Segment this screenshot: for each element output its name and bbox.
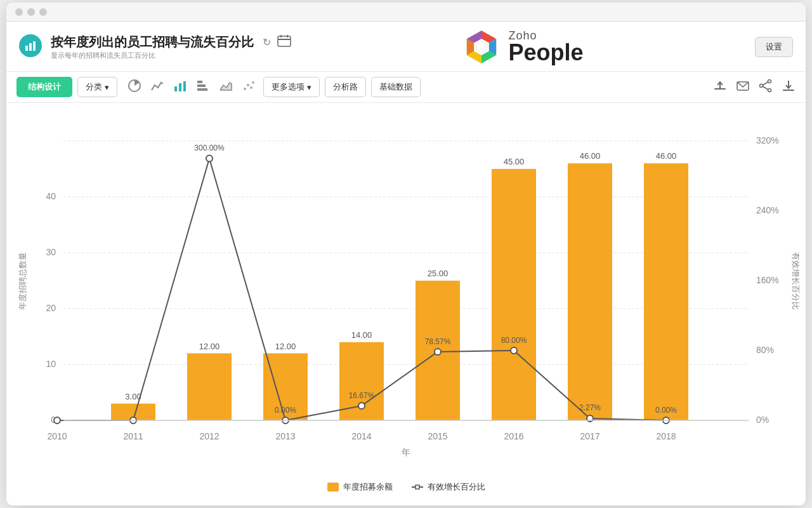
svg-point-25	[760, 84, 763, 87]
title-bar	[6, 3, 806, 22]
header-actions: ↻	[263, 34, 291, 50]
svg-text:2015: 2015	[428, 431, 447, 441]
svg-text:12.00: 12.00	[275, 342, 296, 351]
more-options-label: 更多选项	[272, 81, 304, 93]
analysis-button[interactable]: 分析路	[325, 77, 366, 97]
bar-2012	[187, 353, 232, 420]
line-chart-button[interactable]	[148, 77, 167, 97]
svg-text:46.00: 46.00	[580, 151, 601, 161]
basic-data-button[interactable]: 基础数据	[371, 77, 421, 97]
svg-text:45.00: 45.00	[504, 157, 525, 166]
svg-rect-13	[183, 81, 186, 91]
svg-text:10: 10	[46, 359, 56, 369]
logo-icon	[462, 28, 501, 66]
upload-icon-button[interactable]	[713, 79, 727, 96]
close-dot[interactable]	[15, 8, 23, 16]
category-label: 分类	[86, 81, 102, 93]
svg-rect-12	[179, 83, 181, 91]
svg-text:300.00%: 300.00%	[194, 144, 225, 152]
bar-2018	[644, 163, 688, 420]
chart-legend: 年度招募余额 有效增长百分比	[13, 478, 799, 499]
svg-rect-0	[25, 46, 28, 51]
share-icon-button[interactable]	[759, 79, 773, 96]
svg-text:2012: 2012	[199, 431, 219, 441]
horizontal-bar-button[interactable]	[193, 77, 213, 97]
svg-point-20	[252, 81, 254, 84]
svg-line-28	[763, 82, 768, 85]
settings-button[interactable]: 设置	[755, 37, 793, 57]
scatter-chart-button[interactable]	[239, 77, 258, 97]
page-title: 按年度列出的员工招聘与流失百分比	[51, 34, 254, 50]
legend-bar-label: 年度招募余额	[343, 481, 393, 493]
svg-text:46.00: 46.00	[656, 151, 677, 161]
minimize-dot[interactable]	[27, 8, 35, 16]
maximize-dot[interactable]	[39, 8, 47, 16]
area-chart-button[interactable]	[216, 77, 235, 97]
legend-line-label: 有效增长百分比	[428, 481, 485, 493]
svg-rect-76	[416, 485, 419, 489]
svg-text:240%: 240%	[756, 205, 779, 215]
category-button[interactable]: 分类 ▾	[77, 77, 117, 97]
header-left: 按年度列出的员工招聘与流失百分比 显示每年的招聘和流失员工百分比 ↻	[19, 34, 291, 60]
svg-point-17	[244, 88, 246, 90]
svg-text:14.00: 14.00	[351, 330, 372, 340]
svg-line-27	[763, 86, 768, 90]
page-subtitle: 显示每年的招聘和流失员工百分比	[51, 51, 254, 60]
svg-rect-11	[174, 86, 177, 91]
pie-chart-button[interactable]	[125, 77, 144, 97]
svg-rect-1	[29, 43, 32, 51]
svg-text:12.00: 12.00	[199, 342, 220, 351]
logo-text: Zoho People	[508, 30, 583, 64]
legend-bar-color	[327, 483, 339, 491]
line-point-2012	[206, 156, 213, 162]
edit-design-button[interactable]: 结构设计	[16, 77, 72, 97]
svg-text:40: 40	[46, 191, 56, 201]
svg-text:160%: 160%	[756, 275, 779, 285]
legend-line-item: 有效增长百分比	[412, 481, 485, 493]
svg-rect-15	[197, 84, 206, 87]
chart-type-buttons	[125, 77, 258, 97]
svg-text:0%: 0%	[756, 415, 769, 425]
svg-text:2017: 2017	[580, 431, 599, 441]
svg-rect-3	[278, 36, 291, 46]
svg-rect-4	[278, 39, 291, 40]
category-chevron: ▾	[105, 83, 109, 92]
download-icon-button[interactable]	[782, 79, 796, 96]
email-icon-button[interactable]	[736, 79, 750, 96]
svg-rect-29	[783, 90, 794, 91]
line-point-2010	[54, 417, 60, 424]
svg-text:2013: 2013	[275, 431, 295, 441]
svg-text:80.00%: 80.00%	[501, 336, 527, 345]
more-options-button[interactable]: 更多选项 ▾	[263, 77, 320, 97]
bar-2016	[492, 169, 536, 420]
svg-text:年度招聘总数量: 年度招聘总数量	[18, 252, 27, 310]
toolbar: 结构设计 分类 ▾	[6, 72, 806, 103]
more-chevron: ▾	[307, 83, 311, 92]
main-window: 按年度列出的员工招聘与流失百分比 显示每年的招聘和流失员工百分比 ↻	[6, 3, 806, 505]
svg-text:0.00%: 0.00%	[275, 406, 296, 415]
svg-text:25.00: 25.00	[428, 269, 449, 278]
svg-text:78.57%: 78.57%	[425, 337, 451, 346]
svg-text:80%: 80%	[756, 345, 774, 355]
svg-text:20: 20	[46, 303, 56, 313]
report-icon	[19, 34, 42, 57]
window-controls	[15, 8, 47, 16]
svg-point-26	[768, 88, 771, 91]
toolbar-right-actions	[713, 79, 796, 96]
bar-chart-button[interactable]	[171, 77, 190, 97]
svg-rect-2	[33, 41, 36, 51]
page-header: 按年度列出的员工招聘与流失百分比 显示每年的招聘和流失员工百分比 ↻	[6, 22, 806, 72]
line-point-2016	[511, 347, 517, 354]
svg-text:0.00%: 0.00%	[655, 406, 677, 415]
refresh-icon[interactable]: ↻	[263, 36, 271, 48]
people-label: People	[508, 41, 583, 64]
calendar-icon[interactable]	[277, 34, 291, 50]
line-point-2015	[435, 349, 441, 355]
svg-text:2014: 2014	[351, 431, 371, 441]
svg-text:2.27%: 2.27%	[579, 403, 601, 412]
svg-text:2018: 2018	[656, 431, 676, 441]
svg-rect-16	[197, 88, 207, 91]
chart-svg: 0 10 20 30 40 0% 80% 160% 240% 320% 年度招聘…	[13, 109, 799, 478]
legend-line-color	[412, 483, 423, 491]
svg-text:16.67%: 16.67%	[349, 391, 375, 400]
